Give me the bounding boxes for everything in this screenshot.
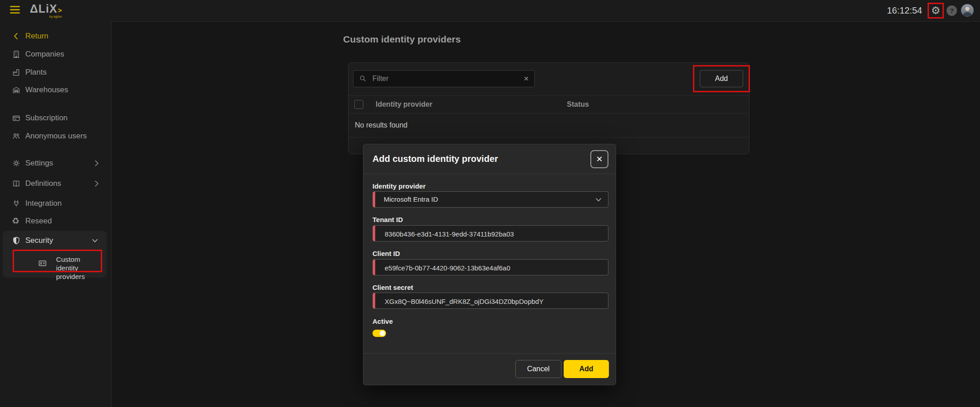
select-all-checkbox[interactable] <box>354 100 363 109</box>
clock: 16:12:54 <box>887 5 922 16</box>
add-provider-button[interactable]: Add <box>700 70 743 87</box>
question-icon: ? <box>950 7 954 14</box>
chevron-right-icon <box>93 159 101 167</box>
topbar: ΔLiX> by agilox 16:12:54 ⚙ ? <box>0 0 980 22</box>
sidebar-item-integration[interactable]: Integration <box>0 194 111 213</box>
cancel-button[interactable]: Cancel <box>515 360 561 378</box>
hamburger-menu-icon[interactable] <box>10 6 20 15</box>
modal-footer: Cancel Add <box>363 353 616 385</box>
sidebar-item-custom-identity-providers[interactable]: Custom identity providers <box>3 251 107 276</box>
tenant-id-label: Tenant ID <box>372 216 403 223</box>
sidebar-item-companies[interactable]: Companies <box>0 45 111 63</box>
client-secret-label: Client secret <box>372 284 413 291</box>
client-id-label: Client ID <box>372 250 400 257</box>
plug-icon <box>12 199 21 208</box>
sidebar-item-anonymous-users[interactable]: Anonymous users <box>0 127 111 145</box>
app-logo: ΔLiX> by agilox <box>30 3 62 18</box>
user-avatar[interactable] <box>961 4 974 17</box>
modal-add-button[interactable]: Add <box>564 360 609 378</box>
sidebar: Return Companies Plants Warehouses Subsc <box>0 21 112 407</box>
empty-results-text: No results found <box>355 114 408 137</box>
close-icon: ✕ <box>596 155 603 164</box>
modal-close-button[interactable]: ✕ <box>590 150 608 168</box>
toggle-knob <box>380 331 385 336</box>
logo-subtext: by agilox <box>30 15 62 18</box>
table-header-row: Identity provider Status <box>349 95 749 114</box>
help-button[interactable]: ? <box>947 5 957 16</box>
client-id-input[interactable] <box>384 260 598 275</box>
shield-icon <box>12 236 21 245</box>
identity-provider-select[interactable]: Microsoft Entra ID <box>372 191 608 208</box>
modal-title: Add custom identity provider <box>372 144 498 173</box>
sidebar-item-security[interactable]: Security <box>3 232 107 250</box>
avatar-image <box>961 4 974 17</box>
sidebar-item-settings[interactable]: Settings <box>0 154 111 172</box>
sidebar-item-reseed[interactable]: ♻ Reseed <box>0 212 111 230</box>
gear-icon[interactable]: ⚙ <box>931 5 941 16</box>
client-secret-field-wrap <box>372 293 608 309</box>
add-identity-provider-modal: Add custom identity provider ✕ Identity … <box>363 144 616 385</box>
chevron-down-icon <box>594 196 603 204</box>
clear-filter-icon[interactable]: ✕ <box>523 75 529 82</box>
warehouse-icon <box>12 85 21 95</box>
client-id-field-wrap <box>372 259 608 275</box>
gear-icon <box>12 159 21 168</box>
app-root: ΔLiX> by agilox 16:12:54 ⚙ ? Return Co <box>0 0 980 407</box>
identity-provider-value: Microsoft Entra ID <box>384 192 438 207</box>
empty-results-row: No results found <box>349 114 749 137</box>
id-card-icon <box>38 259 47 268</box>
security-section: Security Custom identity providers <box>3 231 107 278</box>
column-header-identity-provider: Identity provider <box>376 96 432 113</box>
tenant-id-input[interactable] <box>384 226 598 241</box>
logo-arrow-icon: > <box>58 6 62 14</box>
active-toggle[interactable] <box>372 330 386 337</box>
building-icon <box>12 50 21 59</box>
sidebar-item-plants[interactable]: Plants <box>0 63 111 81</box>
book-icon <box>12 179 21 188</box>
factory-icon <box>12 68 21 77</box>
chevron-right-icon <box>93 180 101 188</box>
search-icon <box>359 75 367 83</box>
client-secret-input[interactable] <box>384 293 598 309</box>
chevron-left-icon <box>12 32 21 41</box>
sidebar-item-return[interactable]: Return <box>0 27 111 45</box>
identity-providers-panel: ✕ Add Identity provider Status No result… <box>348 62 749 154</box>
identity-provider-label: Identity provider <box>372 182 426 190</box>
chevron-down-icon <box>91 237 99 245</box>
modal-header: Add custom identity provider ✕ <box>363 144 616 174</box>
users-icon <box>12 132 21 141</box>
sidebar-item-definitions[interactable]: Definitions <box>0 175 111 193</box>
column-header-status: Status <box>567 96 589 113</box>
logo-text: ΔLiX <box>30 2 57 15</box>
credit-card-icon <box>12 114 21 123</box>
sidebar-item-subscription[interactable]: Subscription <box>0 109 111 127</box>
sidebar-item-warehouses[interactable]: Warehouses <box>0 81 111 99</box>
settings-gear-annotation-box: ⚙ <box>928 3 944 19</box>
filter-box: ✕ <box>353 70 535 87</box>
tenant-id-field-wrap <box>372 225 608 241</box>
active-label: Active <box>372 317 393 325</box>
filter-input[interactable] <box>372 74 519 83</box>
recycle-icon: ♻ <box>12 217 21 226</box>
page-title: Custom identity providers <box>343 34 461 45</box>
